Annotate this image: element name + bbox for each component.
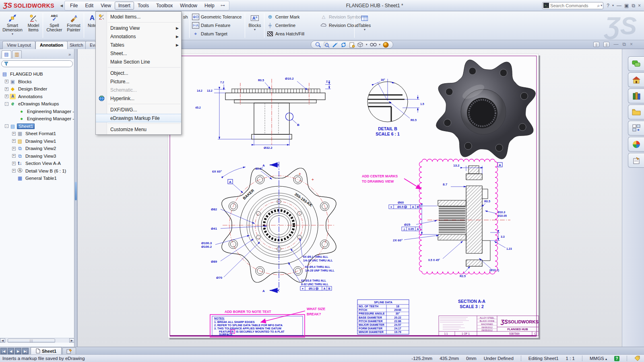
splitter-handle[interactable] — [75, 182, 77, 200]
datum-target-button[interactable]: ⌖ Datum Target — [192, 29, 242, 38]
help-icon[interactable]: ? — [607, 3, 609, 8]
display-style-icon[interactable] — [357, 42, 363, 47]
chevron-down-icon[interactable]: ▾ — [364, 28, 365, 31]
forum-button[interactable] — [628, 56, 644, 71]
expand-icon[interactable]: + — [5, 87, 8, 91]
file-explorer-button[interactable] — [628, 105, 644, 119]
tree-item-sheet1[interactable]: - ▤ Sheet1 — [0, 123, 74, 130]
menu-item-sheet[interactable]: Sheet... — [96, 49, 181, 58]
tree-item-annotations[interactable]: + A Annotations — [0, 93, 74, 101]
menu-item-make-section-line[interactable]: Make Section Line — [96, 58, 181, 66]
menu-toolbox[interactable]: Toolbox — [153, 2, 176, 10]
tree-item-design-binder[interactable]: + ◆ Design Binder — [0, 85, 74, 93]
view-palette-button[interactable] — [628, 121, 644, 136]
view-settings-icon[interactable] — [370, 43, 377, 47]
smart-dimension-button[interactable]: Smart Dimension ▾ — [2, 12, 23, 39]
tab-sketch[interactable]: Sketch — [65, 41, 88, 49]
tree-item-blocks[interactable]: + ▣ Blocks — [0, 78, 74, 86]
chevron-down-icon[interactable]: ▾ — [12, 32, 13, 36]
menu-window[interactable]: Window — [176, 2, 201, 10]
panel-splitter[interactable] — [74, 49, 78, 347]
menu-tools[interactable]: Tools — [134, 2, 153, 10]
chevron-down-icon[interactable]: ▾ — [379, 43, 381, 46]
area-hatch-button[interactable]: Area Hatch/Fill — [266, 29, 304, 38]
help-dropdown-icon[interactable]: ▾ — [612, 3, 614, 8]
tables-button[interactable]: Tables ▾ — [356, 12, 373, 39]
tree-item-root[interactable]: ▤ FLANGED HUB — [0, 70, 74, 78]
quick-tips-icon[interactable]: ? — [614, 356, 619, 361]
model-items-button[interactable]: Model Items — [23, 12, 43, 39]
blocks-button[interactable]: A° Blocks ▾ — [246, 12, 263, 39]
menu-insert[interactable]: Insert — [115, 2, 134, 10]
tree-item-edrawings-markups[interactable]: - e eDrawings Markups — [0, 100, 74, 108]
prev-sheet-icon[interactable]: ◀ — [8, 348, 14, 354]
scroll-right-icon[interactable]: ▶ — [69, 338, 74, 343]
tree-item-sheet-format[interactable]: + ▦ Sheet Format1 — [0, 130, 74, 138]
menu-item-hyperlink[interactable]: Hyperlink... — [96, 94, 181, 103]
custom-properties-button[interactable] — [628, 153, 644, 168]
scroll-thumb[interactable]: ||| — [8, 339, 55, 343]
menu-item-tables[interactable]: Tables▶ — [96, 41, 181, 49]
zoom-fit-icon[interactable] — [315, 42, 321, 48]
spell-checker-button[interactable]: ABC✓ Spell Checker — [44, 12, 64, 39]
collapse-icon[interactable]: - — [5, 124, 8, 128]
tab-annotation[interactable]: Annotation — [35, 41, 68, 49]
doc-close-icon[interactable]: × — [630, 41, 633, 47]
split-right-icon[interactable]: |] — [603, 42, 609, 47]
zoom-area-icon[interactable] — [324, 42, 330, 48]
expand-icon[interactable]: + — [12, 139, 16, 143]
search-input[interactable] — [550, 3, 597, 8]
appearances-button[interactable] — [628, 137, 644, 152]
tree-item-general-table[interactable]: ▦ General Table1 — [0, 175, 74, 182]
menu-item-picture[interactable]: Picture... — [96, 77, 181, 86]
first-sheet-icon[interactable]: |◀ — [0, 348, 7, 354]
menu-item-customize-menu[interactable]: Customize Menu — [96, 125, 181, 134]
refresh-icon[interactable] — [341, 42, 347, 48]
centerline-button[interactable]: ╪ Centerline — [266, 21, 304, 29]
tree-item-drawing-view1[interactable]: + ▧ Drawing View1 — [0, 138, 74, 145]
close-icon[interactable]: × — [638, 3, 641, 8]
revision-cloud-button[interactable]: Revision Cloud — [320, 21, 362, 29]
menu-item-dxf-dwg[interactable]: DXF/DWG... — [96, 105, 181, 114]
pin-icon[interactable]: ⊶ — [221, 3, 225, 8]
search-commands-box[interactable]: >_ ⌕ ▾ — [542, 2, 603, 9]
menu-view[interactable]: View — [97, 2, 115, 10]
menu-item-annotations[interactable]: Annotations▶ — [96, 32, 181, 41]
tree-item-markup-2[interactable]: ● Engineering Manager - — [0, 115, 74, 123]
search-scope-icon[interactable]: >_ — [543, 3, 549, 8]
menu-item-edrawings-markup-file[interactable]: eDrawings Markup File — [96, 114, 181, 122]
chevron-down-icon[interactable]: ▾ — [254, 28, 256, 31]
expand-panel-icon[interactable]: » — [68, 52, 72, 57]
pen-markup-icon[interactable] — [332, 42, 338, 48]
center-mark-button[interactable]: ⊕ Center Mark — [266, 12, 304, 21]
menu-edit[interactable]: Edit — [81, 2, 97, 10]
sheet-properties-icon[interactable] — [349, 42, 355, 48]
menu-help[interactable]: Help — [201, 2, 218, 10]
expand-icon[interactable]: + — [12, 132, 16, 136]
chevron-down-icon[interactable]: ▾ — [366, 43, 367, 46]
doc-restore-icon[interactable]: ⧉ — [622, 41, 626, 47]
doc-minimize-icon[interactable]: — — [613, 41, 618, 47]
tree-item-drawing-view3[interactable]: + ⧉ Drawing View3 — [0, 152, 74, 160]
revision-symbol-button[interactable]: △ Revision Symbol — [320, 12, 362, 21]
datum-feature-button[interactable]: ⊢A Datum Feature — [192, 21, 242, 29]
design-library-button[interactable] — [628, 88, 644, 103]
sheet1-tab[interactable]: Sheet1 — [31, 347, 62, 354]
tree-item-drawing-view2[interactable]: + ⧉ Drawing View2 — [0, 145, 74, 152]
tab-view-layout[interactable]: View Layout — [2, 41, 35, 49]
minimize-icon[interactable]: — — [617, 3, 621, 8]
tree-filter-input[interactable] — [1, 60, 73, 67]
expand-icon[interactable]: + — [12, 147, 16, 150]
search-dropdown-icon[interactable]: ▾ — [601, 4, 602, 7]
tree-item-detail-view[interactable]: + Ⓐ Detail View B (6 : 1) — [0, 167, 74, 175]
render-ball-icon[interactable] — [383, 42, 389, 48]
scroll-left-icon[interactable]: ◀ — [0, 338, 5, 343]
add-sheet-tab[interactable] — [62, 348, 76, 354]
menu-item-object[interactable]: Object... — [96, 69, 181, 77]
expand-icon[interactable]: + — [5, 95, 8, 98]
tab-evaluate[interactable]: Eva — [85, 41, 96, 49]
tree-item-markup-1[interactable]: ● Engineering Manager - — [0, 108, 74, 115]
cascade-icon[interactable]: ⧉ — [632, 3, 635, 8]
tree-item-section-view[interactable]: + t↓ Section View A-A — [0, 160, 74, 167]
units-selector[interactable]: MMGS ▴ — [590, 356, 607, 361]
